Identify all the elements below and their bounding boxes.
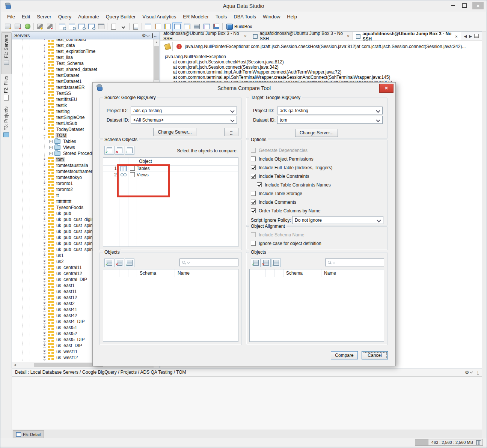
scroll-left-arrow[interactable]: ◀: [12, 362, 18, 368]
garbage-collect-icon[interactable]: [476, 440, 480, 445]
expand-toggle-icon[interactable]: [43, 236, 46, 239]
deselect-all-button[interactable]: ✕: [115, 259, 124, 267]
expand-toggle-icon[interactable]: [43, 356, 46, 359]
invert-selection-button[interactable]: ↓: [125, 259, 134, 267]
tab-close-icon[interactable]: ×: [244, 34, 246, 38]
vertical-scroll-thumb[interactable]: [154, 46, 159, 80]
menu-query-builder[interactable]: Query Builder: [103, 12, 139, 21]
dialog-close-button[interactable]: ✕: [379, 84, 394, 93]
minimize-button[interactable]: [448, 2, 459, 9]
tree-item-test-data[interactable]: test_data: [12, 42, 160, 48]
maximize-button[interactable]: [459, 2, 470, 9]
expand-toggle-icon[interactable]: [43, 230, 46, 233]
expand-toggle-icon[interactable]: [43, 284, 46, 287]
data-cylinder-button[interactable]: [163, 22, 172, 31]
expand-toggle-icon[interactable]: [43, 98, 46, 101]
expand-toggle-icon[interactable]: [43, 50, 46, 53]
panel-pin-icon[interactable]: ←: [152, 33, 157, 38]
tab-list-icon[interactable]: [474, 34, 479, 38]
expand-toggle-icon[interactable]: [43, 158, 46, 161]
wizard-button[interactable]: ✦: [35, 22, 45, 31]
include-full-table-indexes-triggers-checkbox[interactable]: [251, 165, 256, 170]
form-view-button[interactable]: [153, 22, 163, 31]
menu-window[interactable]: Window: [259, 12, 283, 21]
target-change-server-button[interactable]: Change Server...: [295, 129, 338, 137]
tab-close-icon[interactable]: ×: [455, 34, 457, 39]
expand-toggle-icon[interactable]: [49, 146, 53, 149]
menu-tools[interactable]: Tools: [212, 12, 230, 21]
invert-selection-button[interactable]: ↓: [125, 146, 134, 155]
cancel-button[interactable]: Cancel: [362, 351, 388, 359]
expand-toggle-icon[interactable]: [43, 308, 46, 311]
expand-toggle-icon[interactable]: [43, 170, 46, 173]
order-table-columns-by-name-checkbox[interactable]: [251, 208, 256, 213]
tab-close-icon[interactable]: ×: [347, 34, 349, 38]
server-properties-button[interactable]: ●: [13, 22, 23, 31]
new-document-button[interactable]: [109, 22, 118, 31]
tree-item-test-expirationtime[interactable]: test_expirationTime: [12, 48, 160, 54]
wizard-alt-button[interactable]: ●: [45, 22, 54, 31]
expand-toggle-icon[interactable]: [43, 116, 46, 119]
expand-toggle-icon[interactable]: [43, 254, 46, 257]
swap-source-target-button[interactable]: →←: [224, 128, 238, 136]
expand-toggle-icon[interactable]: [43, 176, 46, 179]
expand-toggle-icon[interactable]: [49, 140, 53, 143]
compare-button[interactable]: Compare: [331, 351, 358, 359]
expand-toggle-icon[interactable]: [43, 248, 46, 251]
grid-view-button[interactable]: [143, 22, 153, 31]
sidebar-f1-servers[interactable]: F1: Servers: [1, 32, 12, 74]
tree-item-test-schema[interactable]: Test_Schema: [12, 60, 160, 66]
expand-toggle-icon[interactable]: [43, 182, 46, 185]
select-all-button[interactable]: ✓: [104, 146, 114, 155]
deselect-all-button[interactable]: ✕: [261, 259, 271, 267]
expand-toggle-icon[interactable]: [43, 332, 46, 335]
expand-toggle-icon[interactable]: [43, 242, 46, 245]
menu-server[interactable]: Server: [33, 12, 54, 21]
expand-toggle-icon[interactable]: [43, 56, 46, 59]
expand-toggle-icon[interactable]: [43, 68, 46, 71]
window-duplicate-button[interactable]: [86, 22, 96, 31]
name-column-header[interactable]: Name: [324, 271, 336, 276]
view-search-button[interactable]: [77, 22, 86, 31]
include-comments-checkbox[interactable]: [251, 200, 256, 204]
ignore-case-for-object-definition-checkbox[interactable]: [251, 241, 256, 246]
source-change-server-button[interactable]: Change Server...: [153, 128, 196, 136]
deselect-all-button[interactable]: ✕: [115, 146, 124, 155]
menu-query[interactable]: Query: [55, 12, 75, 21]
editor-tab-2[interactable]: aquafoldnossh@Ubuntu Jump Box 3 - No SSH…: [250, 32, 353, 40]
menu-help[interactable]: Help: [283, 12, 300, 21]
detail-export-icon[interactable]: ↓: [477, 370, 479, 374]
editor-tab-3[interactable]: aquafoldnossh@Ubuntu Jump Box 3 - No SSH…: [353, 32, 461, 40]
expand-toggle-icon[interactable]: [43, 92, 46, 95]
menu-automate[interactable]: Automate: [75, 12, 103, 21]
tab-scroll-right-icon[interactable]: ▶: [469, 34, 472, 38]
expand-toggle-icon[interactable]: [43, 122, 46, 125]
chart-results-button[interactable]: [211, 22, 221, 31]
collapse-toggle-icon[interactable]: [43, 134, 46, 137]
grid-edit-button[interactable]: [182, 22, 192, 31]
invert-selection-button[interactable]: ↓: [271, 259, 281, 267]
include-table-constraints-checkbox[interactable]: [251, 174, 256, 179]
expand-toggle-icon[interactable]: [43, 344, 46, 347]
table-search-button[interactable]: [67, 22, 77, 31]
expand-toggle-icon[interactable]: [49, 152, 53, 155]
expand-toggle-icon[interactable]: [43, 206, 46, 209]
sidebar-f2-files[interactable]: F2: Files: [1, 74, 11, 104]
menu-er-modeler[interactable]: ER Modeler: [179, 12, 212, 21]
editor-tab-1[interactable]: afoldnossh@Ubuntu Jump Box 3 - No SSH×: [160, 32, 250, 40]
expand-toggle-icon[interactable]: [43, 80, 46, 83]
tree-item-testdataset[interactable]: testDataset: [12, 72, 160, 78]
connect-globe-button[interactable]: [23, 22, 32, 31]
expand-toggle-icon[interactable]: [43, 338, 46, 341]
expand-toggle-icon[interactable]: [43, 272, 46, 275]
tab-f5-detail[interactable]: F5: Detail: [13, 430, 44, 438]
expand-toggle-icon[interactable]: [43, 350, 46, 353]
expand-toggle-icon[interactable]: [43, 266, 46, 269]
menu-edit[interactable]: Edit: [18, 12, 33, 21]
expand-toggle-icon[interactable]: [43, 290, 46, 293]
include-table-constraints-names-checkbox[interactable]: [257, 182, 262, 187]
register-server-button[interactable]: +: [3, 22, 13, 31]
new-document-dropdown-button[interactable]: [118, 22, 128, 31]
expand-toggle-icon[interactable]: [43, 224, 46, 227]
expand-toggle-icon[interactable]: [43, 218, 46, 221]
